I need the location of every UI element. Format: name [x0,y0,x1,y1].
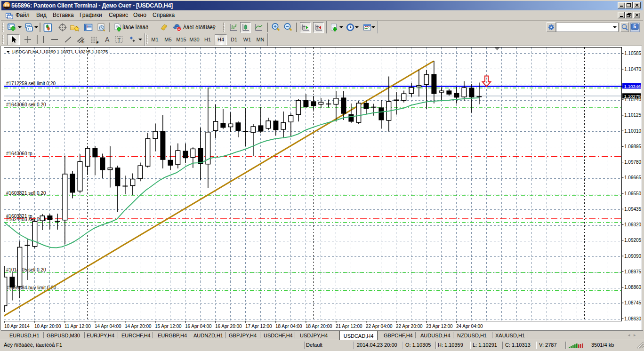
svg-text:E: E [82,40,85,44]
svg-text:#1014405 sell 0.20: #1014405 sell 0.20 [6,267,46,272]
svg-text:1.10125: 1.10125 [624,112,642,118]
svg-text:10 Apr 20:00: 10 Apr 20:00 [34,324,61,329]
svg-text:14 Apr 20:00: 14 Apr 20:00 [125,324,152,329]
svg-text:#1603821 sell 0.20: #1603821 sell 0.20 [6,191,46,196]
svg-text:1.10346: 1.10346 [624,84,641,89]
svg-text:14 Apr 04:00: 14 Apr 04:00 [95,324,121,329]
svg-text:1.08860: 1.08860 [624,285,642,290]
svg-text:F: F [97,41,99,44]
svg-text:1.09090: 1.09090 [624,254,642,259]
svg-text:10 Apr 2014: 10 Apr 2014 [4,324,30,329]
svg-text:22 Apr 20:00: 22 Apr 20:00 [396,324,423,329]
svg-text:1.09435: 1.09435 [624,207,642,212]
svg-text:5: 5 [633,24,636,29]
svg-text:22 Apr 04:00: 22 Apr 04:00 [366,324,393,329]
svg-text:T: T [118,37,121,43]
svg-text:1.09550: 1.09550 [624,191,642,196]
svg-text:1.08745: 1.08745 [624,300,642,305]
svg-text:11 Apr 12:00: 11 Apr 12:00 [64,324,91,329]
svg-text:1.09780: 1.09780 [624,160,642,165]
svg-text:16 Apr 04:00: 16 Apr 04:00 [185,324,212,329]
svg-text:USDCAD,H4 1.10269 1.10371 1.1: USDCAD,H4 1.10269 1.10371 1.10215 1.1027… [12,49,108,54]
svg-text:1.10470: 1.10470 [624,67,642,72]
svg-text:1.10010: 1.10010 [624,128,642,134]
svg-text:15 Apr 12:00: 15 Apr 12:00 [155,324,182,329]
svg-text:1.09895: 1.09895 [624,144,642,149]
svg-text:1.08630: 1.08630 [624,316,642,321]
svg-text:1.09665: 1.09665 [624,175,642,180]
svg-text:24 Apr 04:00: 24 Apr 04:00 [456,324,483,329]
svg-text:18 Apr 04:00: 18 Apr 04:00 [275,324,302,329]
svg-text:1.08975: 1.08975 [624,269,642,274]
svg-text:18 Apr 20:00: 18 Apr 20:00 [306,324,332,329]
svg-text:21 Apr 12:00: 21 Apr 12:00 [336,324,362,329]
svg-text:1.09205: 1.09205 [624,238,642,243]
svg-text:16 Apr 20:00: 16 Apr 20:00 [215,324,242,329]
svg-text:#1643060 sell 0.20: #1643060 sell 0.20 [6,102,46,107]
svg-text:A: A [105,36,110,43]
svg-text:17 Apr 12:00: 17 Apr 12:00 [245,324,272,329]
svg-text:#1643060 tp: #1643060 tp [6,151,32,156]
svg-text:#1712259 sell limit 0.20: #1712259 sell limit 0.20 [6,81,56,86]
svg-text:23 Apr 12:00: 23 Apr 12:00 [426,324,453,329]
svg-text:1.09320: 1.09320 [624,222,642,227]
svg-text:1.10585: 1.10585 [624,51,642,56]
svg-text:1.10275: 1.10275 [624,94,641,99]
